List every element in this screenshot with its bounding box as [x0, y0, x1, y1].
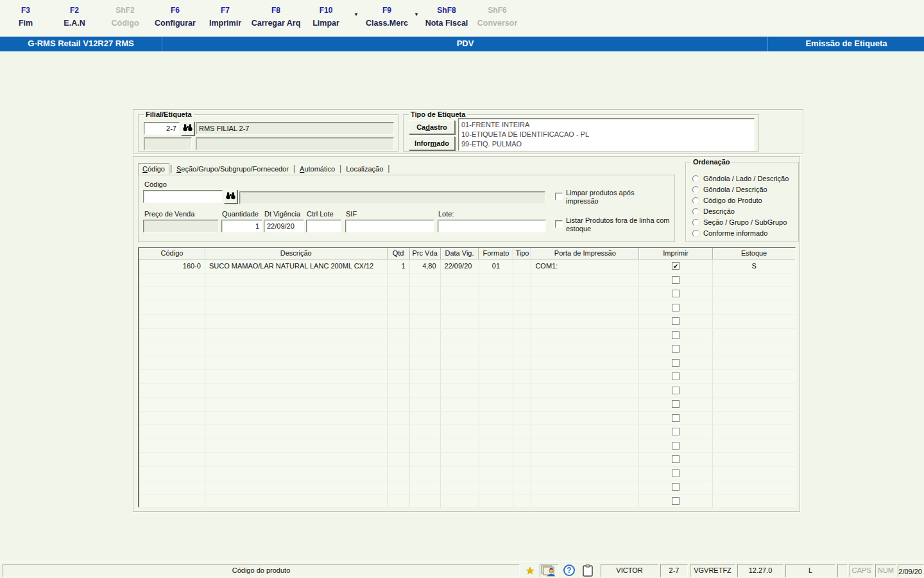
tab-automatico[interactable]: Automático — [296, 164, 339, 175]
column-header-estoque[interactable]: Estoque — [713, 248, 795, 259]
column-header-data-vig[interactable]: Data Vig. — [441, 248, 479, 259]
table-cell-porta — [531, 425, 639, 439]
table-row[interactable] — [139, 274, 795, 288]
dt-vigencia-input[interactable]: 22/09/20 — [264, 220, 304, 232]
table-cell-descricao — [205, 439, 388, 453]
radio-gondola-lado-descricao[interactable] — [692, 175, 699, 182]
table-row[interactable] — [139, 370, 795, 384]
column-header-formato[interactable]: Formato — [479, 248, 513, 259]
column-header-prc-vda[interactable]: Prc Vda — [410, 248, 441, 259]
imprimir-checkbox[interactable] — [672, 497, 680, 505]
radio-label[interactable]: Gôndola / Lado / Descrição — [703, 175, 789, 182]
table-cell-qtd — [388, 467, 410, 480]
imprimir-checkbox[interactable] — [672, 290, 680, 297]
quantidade-input[interactable]: 1 — [221, 220, 262, 232]
column-header-codigo[interactable]: Código — [139, 248, 205, 259]
column-header-descricao[interactable]: Descrição — [205, 248, 388, 259]
imprimir-checkbox[interactable]: ✔ — [672, 262, 680, 270]
ctrl-lote-input[interactable] — [306, 220, 341, 232]
table-row[interactable] — [139, 453, 795, 467]
list-item[interactable]: 01-FRENTE INTEIRA — [461, 120, 751, 130]
table-row[interactable] — [139, 342, 795, 356]
imprimir-checkbox[interactable] — [672, 469, 680, 477]
limpar-produtos-checkbox[interactable] — [555, 193, 563, 200]
imprimir-checkbox[interactable] — [672, 400, 680, 408]
cadastro-button[interactable]: Cadastro — [409, 120, 455, 134]
table-row[interactable] — [139, 439, 795, 453]
imprimir-checkbox[interactable] — [672, 387, 680, 394]
tab-localizacao[interactable]: Localização — [342, 164, 387, 175]
clipboard-icon[interactable] — [583, 565, 593, 577]
radio-gondola-descricao[interactable] — [692, 186, 699, 193]
imprimir-checkbox[interactable] — [672, 372, 680, 380]
filial-code-input[interactable]: 2-7 — [144, 122, 180, 135]
imprimir-checkbox[interactable] — [672, 455, 680, 463]
table-row[interactable] — [139, 467, 795, 481]
imprimir-checkbox[interactable] — [672, 276, 680, 284]
radio-label[interactable]: Gôndola / Descrição — [703, 186, 767, 193]
table-row[interactable] — [139, 412, 795, 426]
table-row[interactable] — [139, 480, 795, 495]
list-item[interactable]: 10-ETIQUETA DE IDENTIFICACAO - PL — [461, 130, 751, 139]
imprimir-checkbox[interactable] — [672, 359, 680, 367]
table-cell-tipo — [513, 329, 531, 342]
radio-label[interactable]: Código do Produto — [703, 197, 762, 204]
toolbar-button-imprimir[interactable]: F7Imprimir — [200, 4, 251, 30]
column-header-tipo[interactable]: Tipo — [513, 248, 531, 259]
table-row[interactable]: 160-0SUCO MAMAO/LAR NATURAL LANC 200ML C… — [139, 259, 795, 274]
codigo-search-button[interactable] — [224, 189, 237, 204]
radio-secao-grupo-subgrupo[interactable] — [692, 219, 699, 226]
list-item[interactable]: 99-ETIQ. PULMAO — [461, 139, 751, 149]
codigo-input[interactable] — [143, 190, 223, 203]
table-row[interactable] — [139, 315, 795, 329]
toolbar-button-nota-fiscal[interactable]: ShF8Nota Fiscal — [421, 4, 472, 30]
imprimir-checkbox[interactable] — [672, 331, 680, 339]
table-row[interactable] — [139, 384, 795, 398]
imprimir-checkbox[interactable] — [672, 345, 680, 353]
column-header-qtd[interactable]: Qtd — [388, 248, 410, 259]
imprimir-checkbox[interactable] — [672, 414, 680, 422]
imprimir-checkbox[interactable] — [672, 317, 680, 325]
tab-secao-grupo-subgrupo-fornecedor[interactable]: Seção/Grupo/Subgrupo/Fornecedor — [173, 164, 293, 175]
radio-conforme-informado[interactable] — [692, 230, 699, 237]
tab-codigo[interactable]: Código — [138, 163, 169, 175]
limpar-dropdown-arrow-icon[interactable]: ▼ — [354, 12, 359, 17]
toolbar-button-carregar-arq[interactable]: F8Carregar Arq — [250, 4, 302, 30]
table-row[interactable] — [139, 398, 795, 412]
class-merc-dropdown-arrow-icon[interactable]: ▼ — [414, 12, 419, 17]
table-row[interactable] — [139, 425, 795, 439]
radio-descricao[interactable] — [692, 208, 699, 215]
radio-label[interactable]: Descrição — [703, 207, 735, 215]
toolbar-button-configurar[interactable]: F6Configurar — [150, 4, 201, 30]
informado-button[interactable]: Informado — [409, 136, 455, 150]
toolbar-button-ean[interactable]: F2E.A.N — [49, 4, 100, 30]
imprimir-checkbox[interactable] — [672, 442, 680, 450]
table-row[interactable] — [139, 356, 795, 371]
column-header-porta-impressao[interactable]: Porta de Impressão — [531, 248, 639, 259]
imprimir-checkbox[interactable] — [672, 483, 680, 491]
table-row[interactable] — [139, 301, 795, 315]
radio-codigo-produto[interactable] — [692, 197, 699, 204]
listar-produtos-checkbox[interactable] — [555, 220, 563, 228]
imprimir-checkbox[interactable] — [672, 428, 680, 435]
table-row[interactable] — [139, 329, 795, 343]
filial-search-button[interactable] — [181, 121, 194, 136]
lote-input[interactable] — [438, 220, 546, 232]
radio-label[interactable]: Conforme informado — [703, 229, 767, 237]
table-cell-codigo — [139, 356, 205, 370]
toolbar-button-fim[interactable]: F3Fim — [0, 4, 51, 30]
computer-user-icon-panel[interactable] — [540, 564, 559, 577]
radio-label[interactable]: Seção / Grupo / SubGrupo — [703, 218, 787, 226]
sif-input[interactable] — [345, 220, 434, 232]
imprimir-checkbox[interactable] — [672, 304, 680, 311]
star-icon[interactable]: ★ — [526, 565, 535, 577]
table-cell-tipo — [513, 480, 531, 494]
help-icon[interactable]: ? — [563, 565, 575, 576]
table-row[interactable] — [139, 495, 795, 509]
column-header-imprimir[interactable]: Imprimir — [639, 248, 713, 259]
toolbar-button-class-merc[interactable]: F9Class.Merc — [361, 4, 413, 30]
table-row[interactable] — [139, 287, 795, 301]
table-cell-prc_vda — [410, 398, 441, 411]
toolbar-button-limpar[interactable]: F10Limpar — [300, 4, 352, 30]
tipo-etiqueta-listbox[interactable]: 01-FRENTE INTEIRA 10-ETIQUETA DE IDENTIF… — [458, 118, 755, 151]
